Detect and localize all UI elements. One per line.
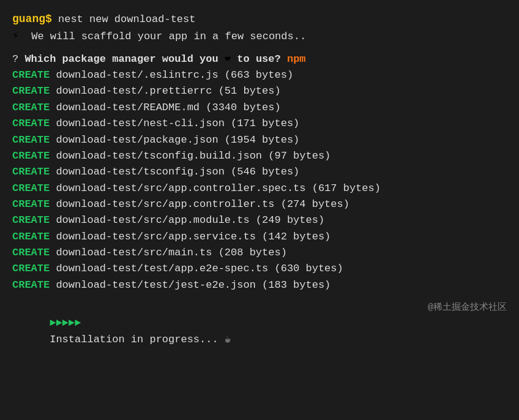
file-path: download-test/src/app.controller.spec.ts…: [50, 181, 381, 197]
file-path: download-test/package.json (1954 bytes): [50, 132, 299, 148]
progress-line: ►►►►► Installation in progress... ☕ @稀土掘…: [12, 299, 507, 364]
question-bold-text-2: to use?: [231, 51, 287, 67]
create-line-6: CREATE download-test/tsconfig.build.json…: [12, 148, 507, 164]
create-keyword: CREATE: [12, 245, 50, 261]
file-path: download-test/nest-cli.json (171 bytes): [50, 116, 299, 132]
create-line-12: CREATE download-test/src/main.ts (208 by…: [12, 245, 507, 261]
create-line-5: CREATE download-test/package.json (1954 …: [12, 132, 507, 148]
create-line-10: CREATE download-test/src/app.module.ts (…: [12, 212, 507, 228]
file-path: download-test/.prettierrc (51 bytes): [50, 83, 280, 99]
question-bold-text: Which package manager would you: [24, 51, 224, 67]
create-keyword: CREATE: [12, 181, 50, 197]
terminal-window: guang$ nest new download-test ⚡ We will …: [0, 0, 519, 420]
create-keyword: CREATE: [12, 148, 50, 164]
create-keyword: CREATE: [12, 197, 50, 212]
prompt-user: guang$: [12, 11, 52, 28]
file-path: download-test/src/app.controller.ts (274…: [50, 197, 349, 212]
create-keyword: CREATE: [12, 83, 50, 99]
create-line-2: CREATE download-test/.prettierrc (51 byt…: [12, 83, 507, 99]
create-line-3: CREATE download-test/README.md (3340 byt…: [12, 100, 507, 116]
scaffold-line: ⚡ We will scaffold your app in a few sec…: [12, 28, 507, 45]
file-path: download-test/test/app.e2e-spec.ts (630 …: [50, 261, 343, 277]
progress-text: Installation in progress... ☕: [50, 334, 231, 345]
create-keyword: CREATE: [12, 261, 50, 277]
file-path: download-test/src/app.module.ts (249 byt…: [50, 212, 324, 228]
file-path: download-test/test/jest-e2e.json (183 by…: [50, 277, 330, 293]
lightning-icon: ⚡: [12, 28, 19, 45]
create-line-1: CREATE download-test/.eslintrc.js (663 b…: [12, 67, 507, 83]
create-line-8: CREATE download-test/src/app.controller.…: [12, 181, 507, 197]
create-line-9: CREATE download-test/src/app.controller.…: [12, 197, 507, 212]
create-line-13: CREATE download-test/test/app.e2e-spec.t…: [12, 261, 507, 277]
blank-line-1: [12, 45, 507, 51]
create-line-14: CREATE download-test/test/jest-e2e.json …: [12, 277, 507, 293]
prompt-line: guang$ nest new download-test: [12, 11, 507, 28]
create-line-11: CREATE download-test/src/app.service.ts …: [12, 229, 507, 245]
file-path: download-test/tsconfig.json (546 bytes): [50, 164, 299, 180]
create-line-4: CREATE download-test/nest-cli.json (171 …: [12, 116, 507, 132]
create-keyword: CREATE: [12, 132, 50, 148]
progress-left: ►►►►► Installation in progress... ☕: [12, 299, 231, 364]
heart-icon: ❤️: [225, 51, 231, 67]
scaffold-text: We will scaffold your app in a few secon…: [19, 29, 306, 45]
create-keyword: CREATE: [12, 277, 50, 293]
create-keyword: CREATE: [12, 164, 50, 180]
create-keyword: CREATE: [12, 212, 50, 228]
npm-label: npm: [287, 51, 306, 67]
create-keyword: CREATE: [12, 116, 50, 132]
progress-arrows-icon: ►►►►►: [50, 317, 87, 329]
file-path: download-test/README.md (3340 bytes): [50, 100, 280, 116]
watermark-text: @稀土掘金技术社区: [428, 301, 507, 315]
question-line: ? Which package manager would you ❤️ to …: [12, 51, 507, 67]
create-keyword: CREATE: [12, 100, 50, 116]
file-path: download-test/src/main.ts (208 bytes): [50, 245, 287, 261]
create-line-7: CREATE download-test/tsconfig.json (546 …: [12, 164, 507, 180]
file-path: download-test/.eslintrc.js (663 bytes): [50, 67, 293, 83]
prompt-command: nest new download-test: [52, 12, 196, 28]
file-path: download-test/src/app.service.ts (142 by…: [50, 229, 330, 245]
create-keyword: CREATE: [12, 67, 50, 83]
question-mark: ?: [12, 51, 24, 67]
file-path: download-test/tsconfig.build.json (97 by…: [50, 148, 330, 164]
blank-line-2: [12, 293, 507, 299]
create-keyword: CREATE: [12, 229, 50, 245]
